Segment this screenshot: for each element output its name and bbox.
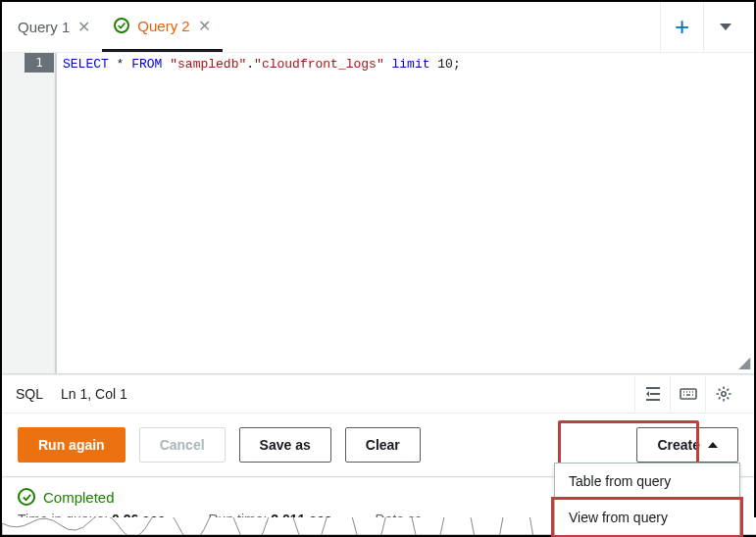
gear-icon — [715, 385, 732, 403]
action-buttons: Run again Cancel Save as Clear Create Ta… — [2, 414, 754, 477]
new-tab-button[interactable]: + — [660, 2, 703, 52]
format-button[interactable] — [634, 376, 670, 412]
check-icon — [114, 18, 129, 33]
button-label: Create — [657, 437, 700, 453]
svg-rect-0 — [680, 389, 696, 399]
line-gutter: 1 — [2, 53, 55, 373]
editor-status-bar: SQL Ln 1, Col 1 — [2, 374, 754, 414]
button-label: Cancel — [160, 437, 205, 453]
keyword: SELECT — [63, 57, 109, 72]
settings-button[interactable] — [705, 376, 740, 412]
token: ; — [453, 57, 461, 72]
create-button[interactable]: Create — [636, 427, 738, 463]
check-icon — [18, 488, 35, 506]
language-label: SQL — [16, 386, 43, 402]
token: * — [109, 57, 131, 72]
menu-table-from-query[interactable]: Table from query — [555, 464, 739, 499]
tabs-actions: + — [660, 2, 746, 52]
save-as-button[interactable]: Save as — [239, 427, 331, 463]
chevron-down-icon — [720, 24, 731, 30]
tab-label: Query 2 — [137, 18, 189, 34]
resize-handle-icon[interactable]: ◢ — [738, 353, 750, 371]
tab-label: Query 1 — [18, 19, 70, 35]
menu-item-label: Table from query — [569, 473, 671, 489]
run-again-button[interactable]: Run again — [18, 427, 126, 463]
plus-icon: + — [675, 12, 689, 42]
sql-editor[interactable]: 1 SELECT * FROM "sampledb"."cloudfront_l… — [2, 53, 754, 374]
status-left: SQL Ln 1, Col 1 — [16, 386, 127, 402]
create-menu: Table from query View from query — [554, 463, 740, 536]
keyboard-button[interactable] — [670, 376, 705, 412]
close-icon[interactable]: ✕ — [198, 17, 211, 35]
menu-view-from-query[interactable]: View from query — [555, 499, 739, 535]
code-area[interactable]: SELECT * FROM "sampledb"."cloudfront_log… — [55, 53, 467, 373]
query-editor-panel: Query 1 ✕ Query 2 ✕ + 1 SELECT * FROM "s… — [0, 0, 756, 537]
cursor-position: Ln 1, Col 1 — [61, 386, 127, 402]
tabs-bar: Query 1 ✕ Query 2 ✕ + — [2, 2, 754, 53]
button-label: Run again — [38, 437, 105, 453]
number: 10 — [437, 57, 453, 72]
keyword: limit — [384, 57, 438, 72]
keyboard-icon — [680, 385, 697, 403]
tab-query-2[interactable]: Query 2 ✕ — [102, 2, 222, 52]
tab-query-1[interactable]: Query 1 ✕ — [6, 2, 102, 52]
svg-point-1 — [721, 392, 725, 396]
chevron-up-icon — [708, 442, 718, 448]
string: "cloudfront_logs" — [254, 57, 384, 72]
clear-button[interactable]: Clear — [345, 427, 421, 463]
string: "sampledb" — [170, 57, 246, 72]
close-icon[interactable]: ✕ — [77, 18, 90, 36]
token: . — [246, 57, 254, 72]
line-number: 1 — [25, 53, 54, 73]
format-icon — [644, 385, 662, 403]
status-actions — [634, 376, 740, 412]
button-label: Clear — [366, 437, 400, 453]
highlight-box — [551, 497, 743, 537]
tab-menu-button[interactable] — [703, 2, 746, 52]
button-label: Save as — [260, 437, 311, 453]
keyword: FROM — [131, 57, 162, 72]
cancel-button: Cancel — [139, 427, 226, 463]
status-label: Completed — [43, 489, 115, 506]
